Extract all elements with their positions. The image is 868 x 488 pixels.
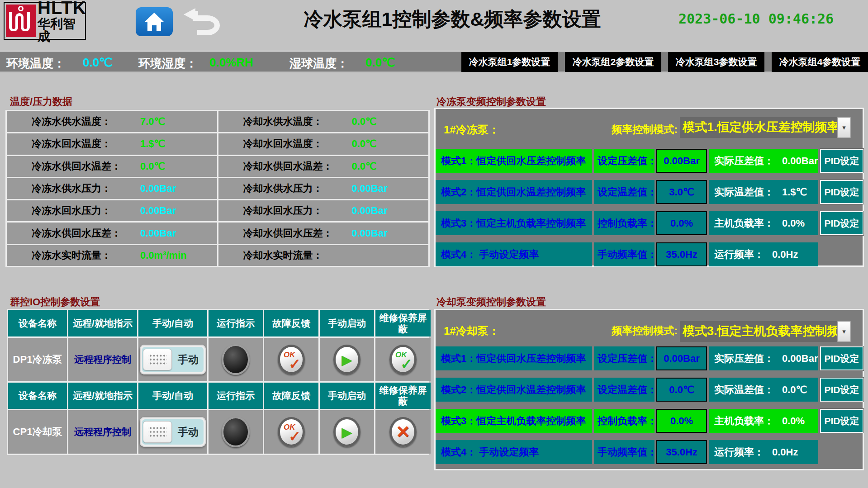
set-value-input[interactable]: 0.0%: [656, 211, 707, 235]
set-value-input[interactable]: 35.0Hz: [656, 440, 707, 464]
actual-value-cell: 实际压差值：0.00Bar: [709, 149, 818, 173]
io-header-maintenance: 维修保养屏蔽: [375, 383, 431, 409]
chevron-down-icon[interactable]: [837, 117, 851, 138]
keypad-icon: [143, 421, 172, 443]
pid-setting-button[interactable]: PID设定: [820, 149, 863, 173]
io-control-section-title: 群控IO控制参数设置: [10, 295, 100, 309]
pid-setting-button[interactable]: PID设定: [820, 180, 863, 204]
ambient-temp-value: 0.0℃: [83, 56, 112, 70]
manual-start-cell: ▶: [320, 338, 374, 381]
param-label: 冷却水回水温度：: [218, 137, 352, 151]
param-value: 0.00Bar: [352, 227, 388, 239]
freq-mode-row: 模式2：恒定供回水温差控制频率 设定温差值： 0.0℃ 实际温差值：0.0℃ P…: [436, 378, 863, 402]
maintenance-ok-check-icon[interactable]: OK✓: [389, 345, 417, 374]
table-row: 冷冻水供回水压差：0.00Bar: [7, 223, 217, 243]
freq-mode-row: 模式4： 手动设定频率 手动频率值： 35.0Hz 运行频率：0.0Hz: [436, 440, 863, 464]
run-indicator-lamp: [222, 417, 250, 447]
mode2-button[interactable]: 模式2：恒定供回水温差控制频率: [436, 180, 592, 204]
set-value-input[interactable]: 0.00Bar: [656, 149, 707, 173]
company-logo: HLTK 华利智成: [4, 2, 86, 40]
table-row: 冷却水供水温度：0.0℃: [218, 111, 429, 132]
set-value-label: 手动频率值：: [594, 242, 655, 266]
mode3-button[interactable]: 模式3：恒定主机负载率控制频率: [436, 211, 592, 235]
mode1-button[interactable]: 模式1：恒定供回水压差控制频率: [436, 149, 592, 173]
param-value: 0.00Bar: [140, 227, 176, 239]
io-header-run: 运行指示: [209, 383, 263, 409]
pid-setting-button[interactable]: PID设定: [820, 211, 863, 235]
nav-pump-group2-button[interactable]: 冷水泵组2参数设置: [565, 52, 661, 72]
param-value: 7.0℃: [140, 116, 165, 128]
param-value: 0.0m³/min: [140, 250, 187, 261]
keypad-icon: [143, 349, 172, 370]
freq-mode-selected: 模式1.恒定供水压差控制频率: [680, 117, 837, 138]
mode1-button[interactable]: 模式1：恒定供回水压差控制频率: [436, 346, 592, 370]
play-icon[interactable]: ▶: [333, 345, 360, 374]
freq-mode-label: 频率控制模式:: [580, 324, 678, 338]
actual-value-cell: 实际温差值：1.$℃: [709, 180, 818, 204]
param-value: 0.00Bar: [140, 183, 176, 194]
home-button[interactable]: [136, 7, 173, 36]
param-label: 冷冻水实时流量：: [7, 249, 140, 262]
pid-setting-button[interactable]: PID设定: [820, 409, 863, 433]
play-icon[interactable]: ▶: [333, 417, 360, 447]
nav-pump-group4-button[interactable]: 冷水泵组4参数设置: [772, 52, 868, 72]
freq-mode-row: 模式3：恒定主机负载率控制频率 控制负载率： 0.0% 主机负载率：0.0% P…: [436, 409, 863, 433]
param-value: 0.00Bar: [140, 205, 176, 217]
chevron-down-icon[interactable]: [837, 321, 851, 342]
pid-setting-button[interactable]: PID设定: [820, 378, 863, 402]
nav-pump-group1-button[interactable]: 冷水泵组1参数设置: [461, 52, 558, 72]
run-indicator-cell: [209, 338, 263, 381]
logo-wave-icon: [6, 5, 36, 37]
mode4-button[interactable]: 模式4： 手动设定频率: [436, 440, 592, 464]
freq-mode-dropdown[interactable]: 模式3.恒定主机负载率控制频率: [680, 321, 851, 342]
table-row: 冷却水供回水温差：0.0℃: [218, 156, 429, 177]
back-button[interactable]: [181, 8, 224, 36]
param-label: 冷却水供水温度：: [218, 115, 352, 128]
manual-auto-toggle[interactable]: 手动: [140, 345, 206, 374]
io-header-device: 设备名称: [8, 310, 67, 336]
pid-setting-button[interactable]: PID设定: [820, 346, 863, 370]
ambient-temp-label: 环境温度：: [6, 56, 65, 71]
remote-status-cell: 远程程序控制: [68, 338, 137, 381]
param-label: 冷冻水回水压力：: [7, 204, 140, 218]
param-label: 冷却水供水压力：: [218, 182, 352, 195]
fault-ok-check-icon[interactable]: OK✓: [278, 345, 305, 374]
pid-placeholder: [820, 242, 863, 266]
io-control-table: 设备名称 远程/就地指示 手动/自动 运行指示 故障反馈 手动启动 维修保养屏蔽…: [7, 309, 429, 455]
param-value: 0.00Bar: [352, 183, 388, 194]
run-indicator-lamp: [222, 344, 250, 375]
manual-auto-cell: 手动: [138, 338, 207, 381]
set-value-input[interactable]: 0.0%: [656, 409, 707, 433]
mode4-button[interactable]: 模式4： 手动设定频率: [436, 242, 592, 266]
maintenance-mask-cell: ✕: [375, 410, 431, 454]
back-arrow-icon: [182, 8, 223, 35]
temp-pressure-section-title: 温度/压力数据: [10, 95, 72, 109]
io-header-manual-auto: 手动/自动: [138, 383, 207, 409]
io-header-remote: 远程/就地指示: [68, 383, 137, 409]
set-value-input[interactable]: 0.00Bar: [656, 346, 707, 370]
datetime-display: 2023-06-10 09:46:26: [678, 11, 834, 27]
param-value: 0.0℃: [352, 161, 377, 172]
mode2-button[interactable]: 模式2：恒定供回水温差控制频率: [436, 378, 592, 402]
table-row: 冷冻水回水温度：1.$℃: [7, 133, 217, 154]
fault-feedback-cell: OK✓: [264, 410, 318, 454]
cooling-freq-section-title: 冷却泵变频控制参数设置: [436, 295, 546, 309]
actual-value-cell: 运行频率：0.0Hz: [709, 242, 818, 266]
param-label: 冷冻水供回水压差：: [7, 227, 140, 240]
fault-feedback-cell: OK✓: [264, 338, 318, 381]
actual-value-cell: 运行频率：0.0Hz: [709, 440, 818, 464]
run-indicator-cell: [209, 410, 263, 454]
set-value-input[interactable]: 3.0℃: [656, 180, 707, 204]
param-value: 0.0℃: [140, 161, 165, 172]
table-row: 冷却水供水压力：0.00Bar: [218, 178, 429, 199]
set-value-input[interactable]: 0.0℃: [656, 378, 707, 402]
set-value-input[interactable]: 35.0Hz: [656, 242, 707, 266]
maintenance-x-icon[interactable]: ✕: [389, 417, 417, 447]
fault-ok-check-icon[interactable]: OK✓: [278, 417, 305, 447]
nav-pump-group3-button[interactable]: 冷水泵组3参数设置: [668, 52, 764, 72]
freq-mode-dropdown[interactable]: 模式1.恒定供水压差控制频率: [680, 117, 851, 138]
param-label: 冷冻水回水温度：: [7, 137, 140, 151]
set-value-label: 手动频率值：: [594, 440, 655, 464]
mode3-button[interactable]: 模式3：恒定主机负载率控制频率: [436, 409, 592, 433]
manual-auto-toggle[interactable]: 手动: [140, 417, 206, 447]
